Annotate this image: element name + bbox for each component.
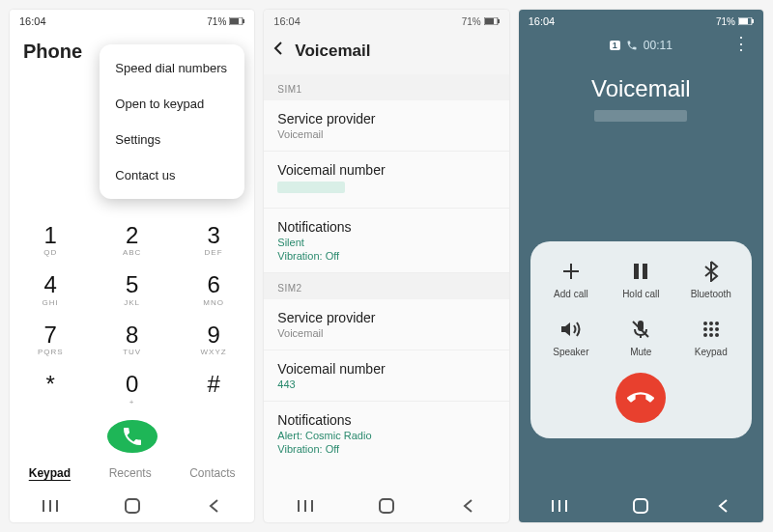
status-icons: 71% [462, 16, 500, 27]
svg-point-28 [709, 327, 713, 331]
svg-point-29 [715, 327, 719, 331]
call-button[interactable] [107, 420, 157, 453]
sim2-notifications[interactable]: Notifications Alert: Cosmic Radio Vibrat… [264, 402, 508, 465]
hangup-icon [627, 384, 654, 411]
key-7[interactable]: 7PQRS [10, 317, 91, 366]
svg-rect-1 [230, 18, 239, 24]
key-3[interactable]: 3DEF [173, 217, 254, 266]
svg-rect-2 [243, 19, 244, 23]
phone-app-screen: 16:04 71% Phone Speed dial numbers Open … [10, 10, 254, 522]
nav-recents-icon[interactable] [42, 497, 59, 515]
sim2-service-provider[interactable]: Service provider Voicemail [264, 299, 508, 350]
sim2-voicemail-number[interactable]: Voicemail number 443 [264, 350, 508, 402]
nav-back-icon[interactable] [714, 497, 731, 515]
phone-icon [121, 425, 144, 448]
battery-icon [484, 17, 500, 25]
key-9[interactable]: 9WXYZ [173, 317, 254, 366]
nav-home-icon[interactable] [632, 497, 649, 515]
mute-button[interactable]: Mute [606, 317, 675, 357]
status-time: 16:04 [273, 15, 301, 27]
back-button[interactable] [273, 41, 283, 61]
svg-rect-16 [752, 19, 754, 23]
key-hash[interactable]: # [173, 366, 254, 415]
nav-back-icon[interactable] [205, 497, 222, 515]
key-star[interactable]: * [10, 366, 91, 415]
hold-call-button[interactable]: Hold call [606, 259, 675, 299]
nav-home-icon[interactable] [124, 497, 141, 515]
key-6[interactable]: 6MNO [173, 266, 254, 316]
keypad-button[interactable]: Keypad [676, 317, 746, 357]
svg-rect-8 [485, 18, 494, 24]
speaker-button[interactable]: Speaker [536, 317, 606, 357]
key-4[interactable]: 4GHI [10, 266, 91, 316]
nav-home-icon[interactable] [378, 497, 395, 515]
mute-icon [628, 317, 653, 342]
key-2[interactable]: 2ABC [91, 217, 172, 266]
svg-rect-36 [634, 499, 647, 513]
status-time: 16:04 [19, 15, 46, 27]
call-meta: 1 00:11 ⋮ [519, 29, 763, 56]
svg-rect-13 [380, 499, 393, 513]
call-timer: 00:11 [644, 39, 673, 52]
svg-rect-20 [643, 264, 647, 279]
call-controls-panel: Add call Hold call Bluetooth Speaker Mut… [530, 241, 752, 438]
sim1-voicemail-number[interactable]: Voicemail number [264, 152, 508, 209]
more-menu-button[interactable]: ⋮ [732, 35, 750, 52]
svg-rect-9 [498, 19, 500, 23]
bluetooth-icon [699, 259, 724, 284]
section-sim2: SIM2 [264, 273, 508, 299]
speaker-icon [558, 317, 584, 342]
svg-rect-15 [739, 18, 748, 24]
key-5[interactable]: 5JKL [91, 266, 172, 316]
sim-badge: 1 [610, 41, 620, 50]
tab-keypad[interactable]: Keypad [29, 466, 71, 480]
menu-speed-dial[interactable]: Speed dial numbers [100, 50, 244, 86]
menu-settings[interactable]: Settings [100, 122, 244, 157]
svg-point-27 [703, 327, 707, 331]
settings-title: Voicemail [295, 42, 370, 61]
tab-recents[interactable]: Recents [109, 466, 152, 480]
nav-recents-icon[interactable] [297, 497, 314, 515]
svg-point-24 [703, 322, 707, 325]
key-0[interactable]: 0+ [91, 366, 172, 415]
pause-icon [628, 259, 653, 284]
bluetooth-button[interactable]: Bluetooth [676, 259, 746, 299]
status-icons: 71% [716, 16, 754, 27]
caller-name: Voicemail [519, 75, 763, 102]
keypad-icon [699, 317, 724, 342]
nav-bar [264, 488, 508, 522]
redacted-number [277, 182, 345, 193]
add-call-button[interactable]: Add call [536, 259, 606, 299]
voicemail-settings-screen: 16:04 71% Voicemail SIM1 Service provide… [264, 10, 508, 522]
plus-icon [558, 259, 584, 284]
status-bar: 16:04 71% [264, 10, 508, 29]
battery-icon [229, 17, 244, 25]
svg-rect-19 [634, 264, 639, 279]
status-time: 16:04 [529, 15, 556, 27]
in-call-screen: 16:04 71% 1 00:11 ⋮ Voicemail Add call H… [519, 10, 763, 522]
tab-contacts[interactable]: Contacts [189, 466, 235, 480]
status-icons: 71% [207, 16, 244, 27]
menu-contact-us[interactable]: Contact us [100, 157, 244, 193]
status-bar: 16:04 71% [10, 10, 254, 29]
menu-open-keypad[interactable]: Open to keypad [100, 86, 244, 122]
settings-header: Voicemail [264, 29, 508, 74]
dial-pad: 1QD 2ABC 3DEF 4GHI 5JKL 6MNO 7PQRS 8TUV … [10, 217, 254, 416]
svg-point-30 [703, 333, 707, 337]
sim1-service-provider[interactable]: Service provider Voicemail [264, 100, 508, 152]
battery-icon [738, 17, 754, 25]
svg-rect-6 [126, 499, 139, 513]
key-8[interactable]: 8TUV [91, 317, 172, 366]
svg-point-31 [709, 333, 713, 337]
section-sim1: SIM1 [264, 74, 508, 100]
nav-back-icon[interactable] [459, 497, 476, 515]
svg-point-25 [709, 322, 713, 325]
end-call-button[interactable] [616, 373, 666, 423]
nav-recents-icon[interactable] [551, 497, 568, 515]
key-1[interactable]: 1QD [10, 217, 91, 266]
sim1-notifications[interactable]: Notifications Silent Vibration: Off [264, 209, 508, 273]
phone-icon [626, 40, 638, 51]
status-bar: 16:04 71% [519, 10, 763, 29]
svg-point-26 [715, 322, 719, 325]
nav-bar [519, 488, 763, 522]
